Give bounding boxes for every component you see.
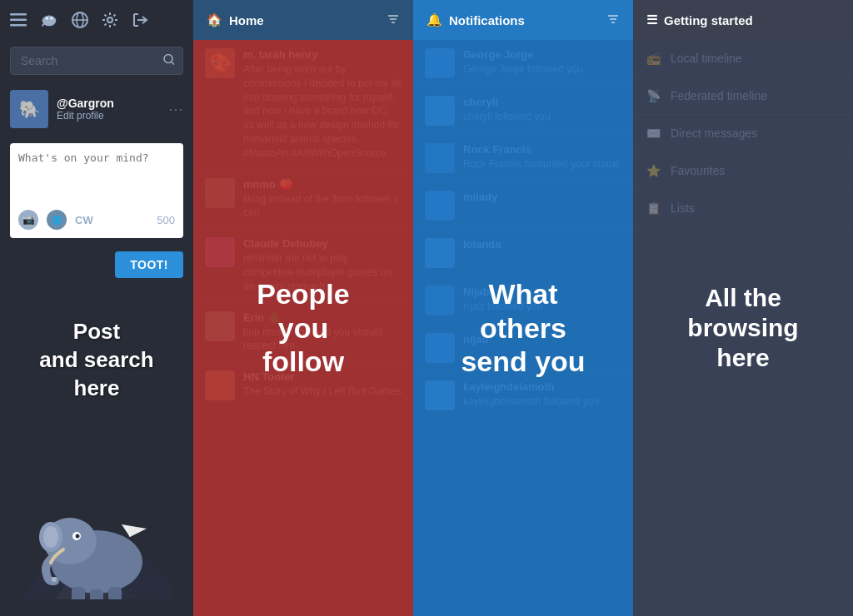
avatar-image: 🐘 bbox=[10, 90, 48, 128]
svg-rect-0 bbox=[10, 13, 27, 16]
globe-icon[interactable] bbox=[72, 12, 88, 28]
search-bar bbox=[10, 47, 183, 75]
home-overlay: Peopleyoufollow bbox=[193, 40, 413, 616]
toot-btn-container: TOOT! bbox=[10, 251, 183, 278]
elephant-mascot bbox=[22, 466, 172, 599]
profile-info: @Gargron Edit profile bbox=[57, 97, 168, 122]
post-search-illustration: Postand searchhere bbox=[0, 285, 193, 616]
compose-toolbar: 📷 🌐 CW 500 bbox=[18, 210, 175, 230]
getting-started-title-label: Getting started bbox=[664, 13, 753, 27]
cw-button[interactable]: CW bbox=[75, 214, 93, 226]
compose-box: 📷 🌐 CW 500 bbox=[10, 143, 183, 238]
compose-textarea[interactable] bbox=[18, 152, 175, 201]
svg-line-12 bbox=[172, 62, 174, 65]
svg-rect-1 bbox=[10, 19, 27, 22]
toot-button[interactable]: TOOT! bbox=[115, 251, 183, 278]
home-overlay-text: Peopleyoufollow bbox=[257, 277, 349, 379]
notifications-title-label: Notifications bbox=[449, 13, 525, 27]
svg-point-27 bbox=[52, 577, 57, 582]
svg-point-9 bbox=[107, 17, 112, 22]
camera-icon[interactable]: 📷 bbox=[18, 210, 38, 230]
notifications-content: George Jorge George Jorge followed you c… bbox=[413, 40, 633, 616]
notification-icon: 🔔 bbox=[426, 12, 442, 27]
svg-point-21 bbox=[76, 534, 80, 539]
getting-started-content: 📻 Local timeline 📡 Federated timeline ✉️… bbox=[633, 40, 853, 616]
notifications-overlay: Whatotherssend you bbox=[413, 40, 633, 616]
svg-point-5 bbox=[50, 17, 52, 20]
profile-name: @Gargron bbox=[57, 97, 168, 110]
elephant-container bbox=[22, 285, 172, 599]
getting-started-column-title: ☰ Getting started bbox=[646, 12, 753, 27]
home-icon: 🏠 bbox=[207, 12, 222, 27]
sidebar: 🐘 @Gargron Edit profile ⋯ 📷 🌐 CW 500 TOO… bbox=[0, 0, 193, 616]
profile-more-button[interactable]: ⋯ bbox=[168, 100, 183, 118]
menu-icon[interactable] bbox=[10, 12, 27, 28]
column-getting-started: ☰ Getting started 📻 Local timeline 📡 Fed… bbox=[633, 0, 853, 616]
svg-rect-22 bbox=[72, 587, 85, 599]
home-content: 🎨 m. tarah henry After being worn out by… bbox=[193, 40, 413, 616]
svg-point-11 bbox=[164, 55, 172, 63]
profile-block: 🐘 @Gargron Edit profile ⋯ bbox=[0, 82, 193, 137]
svg-rect-24 bbox=[108, 587, 122, 599]
search-input[interactable] bbox=[10, 47, 183, 75]
home-column-header: 🏠 Home bbox=[193, 0, 413, 40]
svg-point-19 bbox=[43, 526, 58, 548]
char-count: 500 bbox=[157, 214, 175, 226]
getting-started-overlay-text: All thebrowsinghere bbox=[687, 283, 798, 373]
getting-started-column-header: ☰ Getting started bbox=[633, 0, 853, 40]
svg-rect-23 bbox=[90, 589, 103, 599]
column-notifications: 🔔 Notifications George Jorge George Jorg… bbox=[413, 0, 633, 616]
notifications-overlay-text: Whatotherssend you bbox=[461, 277, 585, 379]
search-button[interactable] bbox=[163, 54, 175, 68]
home-title-label: Home bbox=[229, 13, 264, 27]
globe-compose-icon[interactable]: 🌐 bbox=[47, 210, 67, 230]
svg-marker-25 bbox=[122, 524, 147, 537]
notifications-column-title: 🔔 Notifications bbox=[426, 12, 525, 27]
svg-point-3 bbox=[42, 16, 57, 27]
profile-handle[interactable]: Edit profile bbox=[57, 110, 168, 122]
compose-icons: 📷 🌐 CW bbox=[18, 210, 93, 230]
logout-icon[interactable] bbox=[132, 12, 148, 28]
avatar[interactable]: 🐘 bbox=[10, 90, 48, 128]
svg-rect-2 bbox=[10, 24, 27, 27]
getting-started-icon: ☰ bbox=[646, 12, 657, 27]
home-column-title: 🏠 Home bbox=[207, 12, 264, 27]
notifications-column-header: 🔔 Notifications bbox=[413, 0, 633, 40]
sidebar-topbar bbox=[0, 0, 193, 40]
gear-icon[interactable] bbox=[102, 12, 118, 28]
column-home: 🏠 Home 🎨 m. tarah henry After being worn… bbox=[193, 0, 413, 616]
elephant-icon[interactable] bbox=[40, 11, 58, 29]
svg-point-4 bbox=[46, 17, 48, 20]
home-settings-button[interactable] bbox=[387, 12, 400, 28]
notifications-settings-button[interactable] bbox=[606, 12, 620, 28]
getting-started-overlay: All thebrowsinghere bbox=[633, 40, 853, 616]
